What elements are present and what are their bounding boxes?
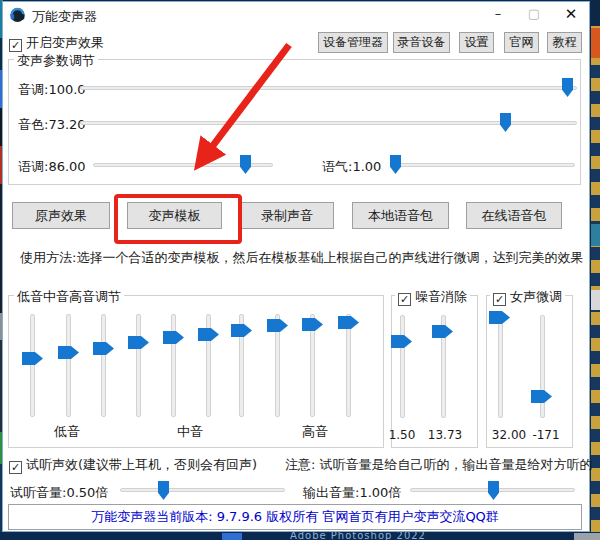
params-group-title: 变声参数调节 xyxy=(14,52,98,70)
listen-volume-label: 试听音量:0.50倍 xyxy=(10,484,108,502)
noise-label: 噪音消除 xyxy=(415,289,467,304)
checkbox-checked-icon[interactable]: ✓ xyxy=(493,293,506,306)
female-value: 32.00 xyxy=(491,428,527,442)
volume-note: 注意: 试听音量是给自己听的，输出音量是给对方听的 xyxy=(285,456,593,474)
background-fragment xyxy=(591,28,600,58)
minimize-button[interactable]: – xyxy=(482,2,514,26)
enable-voice-label: 开启变声效果 xyxy=(26,35,104,50)
female-value: -171 xyxy=(530,428,562,442)
tutorial-button[interactable]: 教程 xyxy=(547,32,582,53)
background-fragment xyxy=(591,290,600,310)
eq-slider-track[interactable] xyxy=(346,314,351,417)
close-button[interactable]: ✕ xyxy=(554,2,588,26)
background-fragment xyxy=(591,224,600,246)
tone-slider-track[interactable] xyxy=(390,163,575,167)
background-taskbar-text: Adobe Photoshop 2022 xyxy=(290,531,530,540)
noise-value: 13.73 xyxy=(427,428,463,442)
eq-slider-track[interactable] xyxy=(136,314,141,417)
eq-group-title: 低音中音高音调节 xyxy=(14,288,124,306)
eq-band-label-treble: 高音 xyxy=(302,423,328,441)
eq-slider-track[interactable] xyxy=(30,314,35,417)
checkbox-checked-icon[interactable]: ✓ xyxy=(9,461,22,474)
eq-slider-track[interactable] xyxy=(66,314,71,417)
screen: Adobe Photoshop 2022 万能变声器 – ▢ ✕ ✓开启变声效果… xyxy=(0,0,600,540)
noise-checkbox[interactable]: ✓噪音消除 xyxy=(395,288,470,306)
output-volume-label: 输出音量:1.00倍 xyxy=(303,484,401,502)
background-fragment xyxy=(574,533,600,540)
eq-band-label-bass: 低音 xyxy=(54,423,80,441)
female-checkbox[interactable]: ✓女声微调 xyxy=(490,288,565,306)
listen-volume-track[interactable] xyxy=(120,488,285,492)
noise-slider-track[interactable] xyxy=(400,315,405,418)
eq-band-label-mid: 中音 xyxy=(177,423,203,441)
tone-label: 语气:1.00 xyxy=(322,158,381,176)
female-slider-track[interactable] xyxy=(498,315,503,418)
voice-template-button[interactable]: 变声模板 xyxy=(127,202,222,229)
listen-effect-checkbox[interactable]: ✓试听声效(建议带上耳机，否则会有回声) xyxy=(9,456,257,474)
record-sound-button[interactable]: 录制声音 xyxy=(240,202,334,229)
checkbox-checked-icon[interactable]: ✓ xyxy=(9,39,22,52)
checkbox-checked-icon[interactable]: ✓ xyxy=(398,293,411,306)
eq-slider-track[interactable] xyxy=(171,314,176,417)
noise-value: 1.50 xyxy=(388,428,416,442)
background-taskbar-icon xyxy=(222,533,242,540)
online-voicepack-button[interactable]: 在线语音包 xyxy=(466,202,562,229)
intonation-label: 语调:86.00 xyxy=(18,158,86,176)
settings-button[interactable]: 设置 xyxy=(459,32,494,53)
local-voicepack-button[interactable]: 本地语音包 xyxy=(352,202,449,229)
device-manager-button[interactable]: 设备管理器 xyxy=(318,32,388,53)
status-bar: 万能变声器当前版本: 9.7.9.6 版权所有 官网首页有用户变声交流QQ群 xyxy=(8,504,582,530)
eq-slider-track[interactable] xyxy=(101,314,106,417)
pitch-slider-track[interactable] xyxy=(80,86,577,90)
enable-voice-checkbox[interactable]: ✓开启变声效果 xyxy=(9,34,104,52)
recording-device-button[interactable]: 录音设备 xyxy=(393,32,450,53)
original-sound-button[interactable]: 原声效果 xyxy=(12,202,110,229)
pitch-label: 音调:100.0 xyxy=(18,81,86,99)
window-title: 万能变声器 xyxy=(32,8,97,26)
listen-effect-label: 试听声效(建议带上耳机，否则会有回声) xyxy=(26,457,257,472)
maximize-button[interactable]: ▢ xyxy=(518,2,550,26)
background-fragment xyxy=(591,0,600,26)
timbre-label: 音色:73.20 xyxy=(18,116,86,134)
app-icon xyxy=(9,6,26,23)
female-label: 女声微调 xyxy=(510,289,562,304)
usage-instructions: 使用方法:选择一个合适的变声模板，然后在模板基础上根据自己的声线进行微调，达到完… xyxy=(20,249,583,267)
official-site-button[interactable]: 官网 xyxy=(504,32,539,53)
